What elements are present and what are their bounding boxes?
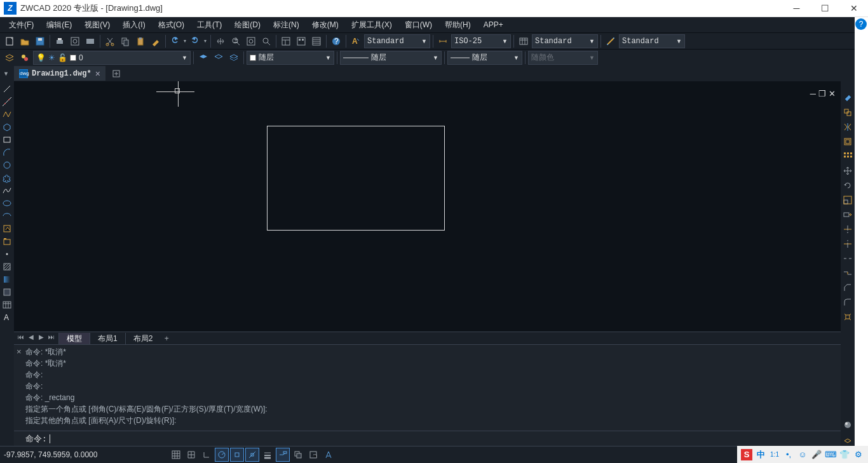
menu-dim[interactable]: 标注(N) bbox=[267, 18, 306, 32]
stretch-button[interactable] bbox=[841, 208, 855, 221]
undo-button[interactable]: ▾ bbox=[168, 34, 187, 48]
spline-button[interactable] bbox=[0, 184, 14, 197]
revcloud-button[interactable] bbox=[0, 171, 14, 184]
line-button[interactable] bbox=[0, 83, 14, 95]
ortho-button[interactable] bbox=[200, 448, 214, 462]
join-button[interactable] bbox=[841, 267, 855, 279]
copy-obj-button[interactable] bbox=[841, 106, 855, 119]
drawing-tab[interactable]: dwg Drawing1.dwg* × bbox=[14, 66, 105, 81]
punct-icon[interactable]: •, bbox=[783, 449, 794, 460]
insert-button[interactable] bbox=[0, 222, 14, 235]
redo-button[interactable]: ▾ bbox=[189, 34, 208, 48]
grid-button[interactable] bbox=[184, 448, 198, 462]
move-button[interactable] bbox=[841, 164, 855, 177]
tab-layout1[interactable]: 布局1 bbox=[90, 333, 125, 344]
mtext-button[interactable]: A bbox=[0, 311, 14, 324]
array-button[interactable] bbox=[841, 150, 855, 163]
mic-icon[interactable]: 🎤 bbox=[811, 449, 822, 460]
circle-button[interactable] bbox=[0, 159, 14, 171]
keyboard-icon[interactable]: ⌨ bbox=[825, 449, 836, 460]
ime-icon[interactable]: S bbox=[741, 449, 752, 460]
visual-style-button[interactable] bbox=[841, 433, 855, 446]
pline-button[interactable] bbox=[0, 108, 14, 121]
layer-manager-button[interactable] bbox=[3, 51, 17, 65]
save-button[interactable] bbox=[33, 34, 47, 48]
coordinates[interactable]: -97.9857, 749.5959, 0.0000 bbox=[4, 450, 169, 459]
trim-button[interactable] bbox=[841, 223, 855, 236]
menu-draw[interactable]: 绘图(D) bbox=[228, 18, 267, 32]
doc-close-button[interactable]: ✕ bbox=[829, 89, 836, 98]
mirror-button[interactable] bbox=[841, 121, 855, 133]
cmd-close-button[interactable]: × bbox=[17, 346, 22, 358]
mlstyle-button[interactable] bbox=[604, 34, 618, 48]
menu-insert[interactable]: 插入(I) bbox=[116, 18, 151, 32]
publish-button[interactable] bbox=[83, 34, 97, 48]
layout-last-button[interactable]: ⏭ bbox=[47, 333, 56, 344]
pin-icon[interactable]: ▼ bbox=[3, 70, 9, 77]
layout-prev-button[interactable]: ◀ bbox=[27, 333, 36, 344]
help-button[interactable]: ? bbox=[329, 34, 343, 48]
chamfer-button[interactable] bbox=[841, 281, 855, 294]
menu-help[interactable]: 帮助(H) bbox=[438, 18, 477, 32]
layout-first-button[interactable]: ⏮ bbox=[17, 333, 25, 344]
cycle-button[interactable] bbox=[291, 448, 305, 462]
rectangle-button[interactable] bbox=[0, 133, 14, 146]
skin-icon[interactable]: 👕 bbox=[839, 449, 850, 460]
print-button[interactable] bbox=[53, 34, 67, 48]
gradient-button[interactable] bbox=[0, 273, 14, 286]
preview-button[interactable] bbox=[68, 34, 82, 48]
menu-app[interactable]: APP+ bbox=[477, 18, 510, 32]
emoji-icon[interactable]: ☺ bbox=[797, 449, 808, 460]
rotate-button[interactable] bbox=[841, 179, 855, 192]
tablestyle-button[interactable] bbox=[517, 34, 531, 48]
snap-button[interactable] bbox=[169, 448, 183, 462]
layer-iso-button[interactable] bbox=[212, 51, 226, 65]
layout-next-button[interactable]: ▶ bbox=[37, 333, 46, 344]
extend-button[interactable] bbox=[841, 238, 855, 250]
menu-edit[interactable]: 编辑(E) bbox=[40, 18, 78, 32]
zoom-prev-button[interactable] bbox=[259, 34, 273, 48]
menu-file[interactable]: 文件(F) bbox=[3, 18, 40, 32]
ime-lang[interactable]: 中 bbox=[755, 449, 766, 460]
tablestyle-dropdown[interactable]: Standard▼ bbox=[532, 34, 598, 48]
lineweight-dropdown[interactable]: 随层▼ bbox=[447, 51, 522, 65]
menu-format[interactable]: 格式(O) bbox=[152, 18, 191, 32]
design-center-button[interactable] bbox=[294, 34, 308, 48]
dimstyle-dropdown[interactable]: ISO-25▼ bbox=[451, 34, 511, 48]
paste-button[interactable] bbox=[133, 34, 147, 48]
tab-layout2[interactable]: 布局2 bbox=[125, 333, 161, 344]
add-layout-button[interactable]: + bbox=[160, 334, 173, 343]
menu-ext[interactable]: 扩展工具(X) bbox=[345, 18, 398, 32]
pan-button[interactable] bbox=[214, 34, 227, 48]
layer-states-button[interactable] bbox=[18, 51, 32, 65]
textstyle-button[interactable]: A bbox=[349, 34, 363, 48]
erase-button[interactable] bbox=[841, 91, 855, 104]
layer-walk-button[interactable] bbox=[227, 51, 241, 65]
textstyle-dropdown[interactable]: Standard▼ bbox=[364, 34, 430, 48]
new-button[interactable] bbox=[3, 34, 17, 48]
polar-button[interactable] bbox=[215, 448, 229, 462]
new-drawing-button[interactable] bbox=[109, 67, 123, 81]
render-button[interactable] bbox=[841, 419, 855, 431]
ellipse-button[interactable] bbox=[0, 197, 14, 210]
tool-palette-button[interactable] bbox=[309, 34, 323, 48]
color-dropdown[interactable]: 随层▼ bbox=[247, 51, 334, 65]
break-button[interactable] bbox=[841, 252, 855, 265]
tab-close-button[interactable]: × bbox=[95, 69, 100, 79]
polygon-button[interactable] bbox=[0, 121, 14, 133]
menu-tools[interactable]: 工具(T) bbox=[191, 18, 228, 32]
zoom-win-button[interactable] bbox=[244, 34, 258, 48]
zoom-rt-button[interactable]: ± bbox=[229, 34, 243, 48]
ratio-icon[interactable]: 1:1 bbox=[769, 449, 780, 460]
settings-icon[interactable]: ⚙ bbox=[853, 449, 864, 460]
close-button[interactable]: ✕ bbox=[839, 0, 868, 17]
maximize-button[interactable]: ☐ bbox=[811, 0, 839, 17]
layer-dropdown[interactable]: 💡 ☀ 🔓 0 ▼ bbox=[33, 51, 191, 65]
tab-model[interactable]: 模型 bbox=[58, 333, 90, 344]
table-button[interactable] bbox=[0, 299, 14, 311]
doc-minimize-button[interactable]: ─ bbox=[810, 89, 816, 98]
region-button[interactable] bbox=[0, 286, 14, 299]
hatch-button[interactable] bbox=[0, 260, 14, 273]
lwt-button[interactable] bbox=[261, 448, 275, 462]
offset-button[interactable] bbox=[841, 135, 855, 148]
